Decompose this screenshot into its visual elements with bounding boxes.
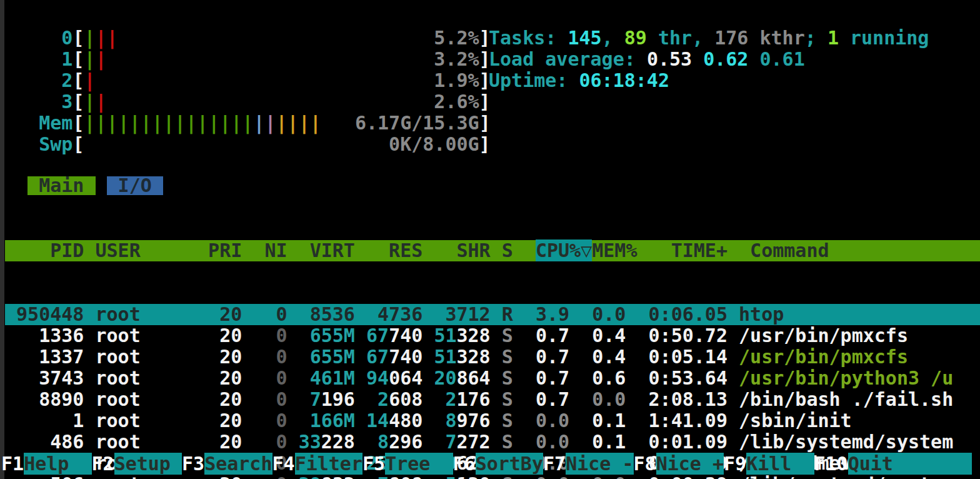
process-command: /usr/bin/pmxcfs bbox=[739, 325, 908, 346]
process-row-8890[interactable]: 8890 root 20 0 7196 2608 2176 S 0.7 0.0 … bbox=[5, 389, 980, 410]
fn-key-f6[interactable]: F6 bbox=[453, 453, 476, 475]
meter-tick: | bbox=[84, 91, 95, 113]
screen-tabs: Main I/O bbox=[5, 176, 163, 195]
fn-search-button[interactable]: Search bbox=[204, 453, 272, 475]
fn-key-f8[interactable]: F8 bbox=[634, 453, 656, 475]
column-headers-right[interactable]: MEM% TIME+ Command bbox=[592, 239, 829, 261]
process-table: PID USER PRI NI VIRT RES SHR S CPU%▽MEM%… bbox=[5, 198, 980, 479]
process-command: /usr/bin/python3 /u bbox=[739, 367, 953, 389]
htop-terminal: 0[||| 5.2%] 1[|| 3.2%] 2[| 1.9%] 3[|| 2.… bbox=[0, 0, 980, 479]
cpu1-meter: 1[|| 3.2%] bbox=[5, 49, 491, 70]
tab-main[interactable]: Main bbox=[28, 176, 95, 195]
meter-tick: | bbox=[107, 112, 118, 134]
meter-tick: | bbox=[96, 48, 107, 70]
meter-tick: | bbox=[84, 112, 95, 134]
column-header-cpu-sort[interactable]: CPU%▽ bbox=[536, 239, 592, 261]
meter-tick: | bbox=[219, 112, 231, 134]
meter-tick: | bbox=[129, 112, 141, 134]
process-row-1336[interactable]: 1336 root 20 0 655M 67740 51328 S 0.7 0.… bbox=[5, 325, 980, 346]
meter-tick: | bbox=[310, 112, 321, 134]
tasks-panel: Tasks: 145, 89 thr, 176 kthr; 1 runningL… bbox=[489, 28, 929, 91]
fn-nice--button[interactable]: Nice - bbox=[566, 453, 633, 475]
column-headers-left[interactable]: PID USER PRI NI VIRT RES SHR S bbox=[5, 239, 536, 261]
process-command: /usr/bin/pmxcfs bbox=[739, 346, 908, 368]
meter-value: 3.2% bbox=[434, 48, 479, 70]
meter-tick: | bbox=[84, 48, 95, 70]
fn-help-button[interactable]: Help bbox=[24, 453, 91, 475]
fn-sortby-button[interactable]: SortBy bbox=[476, 453, 543, 475]
fn-key-f2[interactable]: F2 bbox=[92, 453, 114, 475]
meter-tick: | bbox=[141, 112, 152, 134]
process-command: htop bbox=[739, 303, 784, 325]
fn-key-f7[interactable]: F7 bbox=[543, 453, 566, 475]
fn-key-f5[interactable]: F5 bbox=[362, 453, 385, 475]
fn-quit-button[interactable]: Quit bbox=[848, 453, 972, 475]
process-row-1[interactable]: 1 root 20 0 166M 14480 8976 S 0.0 0.1 1:… bbox=[5, 410, 980, 431]
meter-tick: | bbox=[96, 27, 107, 49]
process-row-486[interactable]: 486 root 20 0 33228 8296 7272 S 0.0 0.1 … bbox=[5, 431, 980, 453]
meter-tick: | bbox=[253, 112, 264, 134]
process-command: /bin/bash ./fail.sh bbox=[739, 388, 953, 410]
fn-setup-button[interactable]: Setup bbox=[114, 453, 182, 475]
tab-gap bbox=[96, 174, 107, 196]
meters-panel: 0[||| 5.2%] 1[|| 3.2%] 2[| 1.9%] 3[|| 2.… bbox=[5, 28, 491, 155]
fn-filter-button[interactable]: Filter bbox=[295, 453, 362, 475]
cpu0-meter: 0[||| 5.2%] bbox=[5, 28, 491, 49]
cpu2-meter: 2[| 1.9%] bbox=[5, 70, 491, 91]
meter-tick: | bbox=[276, 112, 288, 134]
process-row-506[interactable]: 506 root 20 0 29832 7808 5120 S 0.0 0.0 … bbox=[5, 474, 980, 479]
swap-meter: Swp[ 0K/8.00G] bbox=[5, 134, 491, 155]
meter-tick: | bbox=[96, 91, 107, 113]
process-row-3743[interactable]: 3743 root 20 0 461M 94064 20864 S 0.7 0.… bbox=[5, 368, 980, 389]
meter-value: 6.17G/15.3G bbox=[355, 112, 479, 134]
tasks-summary: Tasks: 145, 89 thr, 176 kthr; 1 running bbox=[489, 28, 929, 49]
meter-tick: | bbox=[84, 27, 95, 49]
meter-tick: | bbox=[186, 112, 197, 134]
fn-key-f9[interactable]: F9 bbox=[724, 453, 746, 475]
meter-value: 2.6% bbox=[434, 91, 479, 113]
meter-value: 1.9% bbox=[434, 69, 479, 91]
fn-kill-button[interactable]: Kill bbox=[746, 453, 814, 475]
meter-tick: | bbox=[299, 112, 310, 134]
process-command: /lib/systemd/system bbox=[739, 431, 953, 453]
meter-tick: | bbox=[264, 112, 276, 134]
fn-key-f4[interactable]: F4 bbox=[272, 453, 295, 475]
process-row-1337[interactable]: 1337 root 20 0 655M 67740 51328 S 0.7 0.… bbox=[5, 346, 980, 368]
fn-key-f1[interactable]: F1 bbox=[1, 453, 24, 475]
meter-tick: | bbox=[163, 112, 174, 134]
function-key-bar: F1Help F2Setup F3SearchF4FilterF5Tree F6… bbox=[1, 453, 980, 475]
meter-value: 0K/8.00G bbox=[389, 133, 479, 155]
fn-nice--button[interactable]: Nice + bbox=[656, 453, 724, 475]
meter-tick: | bbox=[242, 112, 253, 134]
column-header-row[interactable]: PID USER PRI NI VIRT RES SHR S CPU%▽MEM%… bbox=[5, 240, 980, 261]
process-row-950448[interactable]: 950448 root 20 0 8536 4736 3712 R 3.9 0.… bbox=[5, 304, 980, 325]
tab-spacer bbox=[5, 174, 28, 196]
meter-value: 5.2% bbox=[434, 27, 479, 49]
meter-tick: | bbox=[288, 112, 299, 134]
meter-tick: | bbox=[107, 27, 118, 49]
meter-tick: | bbox=[208, 112, 219, 134]
tab-io[interactable]: I/O bbox=[107, 176, 163, 195]
cpu3-meter: 3[|| 2.6%] bbox=[5, 91, 491, 113]
meter-tick: | bbox=[174, 112, 186, 134]
meter-tick: | bbox=[197, 112, 208, 134]
fn-key-f10[interactable]: F10 bbox=[814, 453, 848, 475]
fn-tree-button[interactable]: Tree bbox=[385, 453, 452, 475]
meter-tick: | bbox=[231, 112, 242, 134]
load-average: Load average: 0.53 0.62 0.61 bbox=[489, 49, 929, 70]
uptime: Uptime: 06:18:42 bbox=[489, 70, 929, 91]
meter-tick: | bbox=[84, 69, 95, 91]
fn-key-f3[interactable]: F3 bbox=[182, 453, 204, 475]
terminal-left-edge bbox=[0, 0, 4, 479]
meter-tick: | bbox=[118, 112, 129, 134]
meter-tick: | bbox=[96, 112, 107, 134]
meter-tick: | bbox=[152, 112, 163, 134]
memory-meter: Mem[||||||||||||||||||||| 6.17G/15.3G] bbox=[5, 113, 491, 134]
process-command: /sbin/init bbox=[739, 410, 852, 431]
